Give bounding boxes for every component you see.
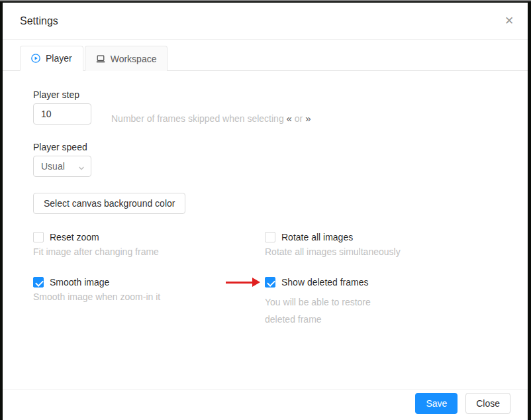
- play-circle-icon: [31, 54, 40, 63]
- player-step-field: Player step Number of frames skipped whe…: [33, 89, 512, 125]
- smooth-image-hint: Smooth image when zoom-in it: [33, 291, 265, 302]
- show-deleted-frames-checkbox[interactable]: [265, 277, 275, 288]
- settings-content: Player step Number of frames skipped whe…: [3, 71, 528, 328]
- show-deleted-frames-cell: Show deleted frames You will be able to …: [265, 277, 512, 328]
- player-speed-value: Usual: [41, 161, 65, 172]
- show-deleted-frames-label: Show deleted frames: [281, 277, 369, 288]
- modal-footer: Save Close: [3, 389, 528, 420]
- reset-zoom-cell: Reset zoom Fit image after changing fram…: [33, 232, 265, 257]
- reset-zoom-checkbox[interactable]: [33, 232, 44, 242]
- settings-modal: Settings ✕ Player: [3, 3, 528, 420]
- skip-forward-icon: »: [305, 113, 311, 124]
- rotate-all-checkbox-row[interactable]: Rotate all images: [265, 232, 512, 242]
- player-speed-label: Player speed: [33, 142, 512, 152]
- player-step-input[interactable]: [33, 103, 91, 125]
- rotate-all-hint: Rotate all images simultaneously: [265, 246, 512, 257]
- player-speed-field: Player speed Usual: [33, 142, 512, 177]
- checkbox-grid: Reset zoom Fit image after changing fram…: [33, 232, 512, 328]
- close-button[interactable]: Close: [465, 393, 510, 414]
- rotate-all-cell: Rotate all images Rotate all images simu…: [265, 232, 512, 257]
- canvas-background-color-button[interactable]: Select canvas background color: [33, 193, 185, 214]
- chevron-down-icon: [78, 163, 85, 174]
- reset-zoom-label: Reset zoom: [50, 232, 99, 242]
- tab-player-label: Player: [46, 53, 72, 64]
- laptop-icon: [96, 54, 105, 64]
- smooth-image-checkbox[interactable]: [33, 277, 44, 288]
- close-icon[interactable]: ✕: [491, 3, 528, 40]
- show-deleted-frames-hint: You will be able to restore deleted fram…: [265, 293, 391, 328]
- player-step-hint: Number of frames skipped when selecting …: [111, 113, 311, 124]
- player-speed-select[interactable]: Usual: [33, 156, 91, 177]
- show-deleted-frames-checkbox-row[interactable]: Show deleted frames: [265, 277, 512, 288]
- red-annotation-arrow-icon: [226, 278, 260, 288]
- tab-workspace-label: Workspace: [111, 54, 157, 64]
- skip-backward-icon: «: [287, 113, 292, 124]
- rotate-all-label: Rotate all images: [281, 232, 353, 242]
- modal-header: Settings ✕: [3, 3, 528, 40]
- tab-workspace[interactable]: Workspace: [85, 46, 168, 71]
- modal-title: Settings: [20, 15, 512, 27]
- tab-player[interactable]: Player: [20, 46, 83, 71]
- player-step-label: Player step: [33, 89, 512, 100]
- rotate-all-checkbox[interactable]: [265, 232, 275, 242]
- tab-bar: Player Workspace: [3, 46, 528, 71]
- save-button[interactable]: Save: [415, 393, 458, 414]
- smooth-image-label: Smooth image: [50, 277, 109, 288]
- modal-backdrop: Settings ✕ Player: [0, 0, 531, 420]
- reset-zoom-checkbox-row[interactable]: Reset zoom: [33, 232, 265, 242]
- reset-zoom-hint: Fit image after changing frame: [33, 246, 265, 257]
